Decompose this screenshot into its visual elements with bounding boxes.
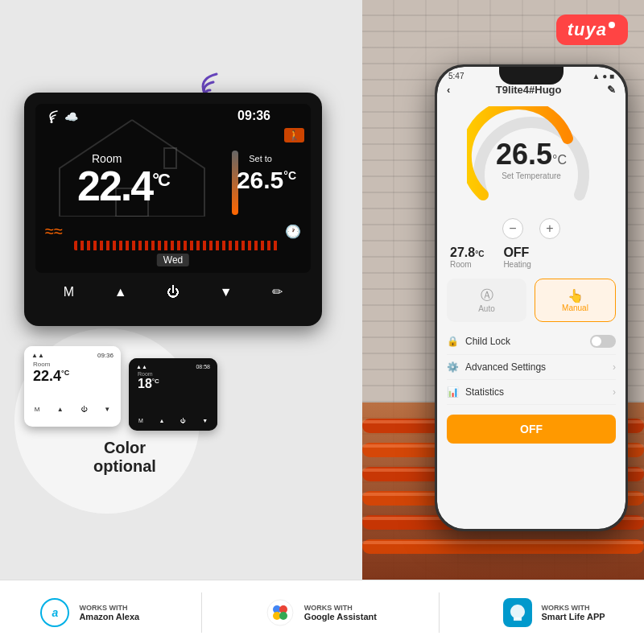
weather-icon: ☁️ bbox=[64, 110, 78, 123]
google-badge: WORKS WITH Google Assistant bbox=[264, 597, 377, 629]
color-variant-devices: ▲▲ 09:36 Room 22.4°C M ▲ ⏻ ▼ ▲▲ 08:58 Ro… bbox=[24, 346, 217, 431]
set-to-label: Set to bbox=[249, 154, 272, 163]
black-thermostat-screen: ▲▲ 08:58 Room 18°C bbox=[129, 358, 217, 416]
alexa-icon: a bbox=[39, 597, 71, 629]
up-button[interactable]: ▲ bbox=[108, 282, 134, 303]
statistics-item[interactable]: 📊 Statistics › bbox=[447, 380, 616, 405]
settings-section: 🔒 Child Lock ⚙️ Advanced Settings › 📊 bbox=[437, 325, 625, 408]
room-label: Room bbox=[450, 260, 484, 269]
thermostat-screen: ☁️ 09:36 🚶 Room 22.4°C Set to 26.5°C 🕐 ≈… bbox=[35, 104, 311, 273]
set-to-temperature: 26.5°C bbox=[237, 167, 296, 194]
svg-point-20 bbox=[279, 612, 287, 620]
auto-label: Auto bbox=[478, 304, 495, 313]
power-off-button[interactable]: OFF bbox=[447, 415, 616, 444]
smartlife-works-with: WORKS WITH bbox=[542, 604, 605, 612]
alexa-badge: a WORKS WITH Amazon Alexa bbox=[39, 597, 139, 629]
manual-mode-button[interactable]: 👆 Manual bbox=[535, 279, 616, 322]
google-icon bbox=[264, 597, 296, 629]
gauge-label: Set Temperature bbox=[496, 171, 567, 180]
badge-divider-1 bbox=[201, 592, 202, 633]
advanced-settings-icon: ⚙️ bbox=[447, 361, 459, 373]
phone-notch bbox=[499, 67, 564, 85]
black-thermostat-small: ▲▲ 08:58 Room 18°C M ▲ ⏻ ▼ bbox=[129, 358, 217, 431]
temperature-gauge: 26.5°C Set Temperature bbox=[437, 102, 625, 215]
svg-rect-11 bbox=[362, 541, 644, 544]
heating-info: OFF Heating bbox=[503, 246, 530, 269]
alexa-name: Amazon Alexa bbox=[79, 612, 139, 621]
tuya-text: tuya bbox=[568, 19, 607, 40]
alexa-circle-icon: a bbox=[40, 598, 69, 627]
phone-screen: 5:47 ▲ ● ■ ‹ T9lite4#Hugo ✎ bbox=[437, 67, 625, 529]
smartlife-icon bbox=[502, 597, 534, 629]
gauge-temp-value: 26.5°C bbox=[496, 138, 567, 171]
statistics-label: Statistics bbox=[465, 386, 504, 398]
back-button[interactable]: ‹ bbox=[447, 84, 450, 96]
decrease-temp-button[interactable]: − bbox=[502, 218, 523, 239]
small-black-wifi: ▲▲ bbox=[136, 364, 147, 369]
tuya-dot bbox=[609, 22, 615, 28]
temp-controls: − + bbox=[437, 218, 625, 239]
small-temp-value: 22.4°C bbox=[33, 368, 112, 385]
heating-status-value: OFF bbox=[503, 246, 530, 260]
thermostat-wifi-icon bbox=[43, 110, 60, 126]
small-wifi: ▲▲ bbox=[31, 352, 44, 359]
device-name: T9lite4#Hugo bbox=[496, 84, 562, 96]
manual-label: Manual bbox=[562, 303, 588, 312]
smartlife-badge: WORKS WITH Smart Life APP bbox=[502, 597, 605, 629]
heating-label: Heating bbox=[503, 260, 530, 269]
small-black-buttons: M ▲ ⏻ ▼ bbox=[129, 416, 217, 425]
room-heating-info: 27.8°C Room OFF Heating bbox=[437, 239, 625, 275]
small-therm-buttons: M ▲ ⏻ ▼ bbox=[24, 404, 121, 415]
svg-point-15 bbox=[51, 121, 53, 123]
smartlife-app-icon bbox=[503, 598, 532, 627]
color-optional-text: Color optional bbox=[44, 439, 205, 476]
schedule-icon: 🚶 bbox=[284, 128, 304, 142]
room-info: 27.8°C Room bbox=[450, 246, 484, 269]
small-black-room: Room bbox=[138, 371, 208, 377]
small-room-label: Room bbox=[33, 361, 112, 368]
child-lock-icon: 🔒 bbox=[447, 336, 459, 347]
advanced-settings-item[interactable]: ⚙️ Advanced Settings › bbox=[447, 355, 616, 380]
power-button[interactable]: ⏻ bbox=[160, 282, 186, 303]
child-lock-setting[interactable]: 🔒 Child Lock bbox=[447, 328, 616, 355]
white-thermostat-screen: ▲▲ 09:36 Room 22.4°C bbox=[24, 346, 121, 404]
small-black-time: 08:58 bbox=[196, 364, 210, 369]
advanced-settings-label: Advanced Settings bbox=[465, 361, 546, 373]
manual-icon: 👆 bbox=[568, 288, 584, 303]
auto-icon: Ⓐ bbox=[481, 287, 493, 304]
room-temp-value: 27.8°C bbox=[450, 246, 484, 260]
svg-rect-21 bbox=[515, 617, 520, 619]
heating-bars bbox=[74, 241, 279, 250]
statistics-icon: 📊 bbox=[447, 386, 459, 398]
tuya-logo: tuya bbox=[556, 14, 628, 45]
status-icons: ▲ ● ■ bbox=[592, 72, 614, 80]
alexa-works-with: WORKS WITH bbox=[79, 604, 139, 612]
auto-mode-button[interactable]: Ⓐ Auto bbox=[447, 279, 526, 322]
thermostat-device: ☁️ 09:36 🚶 Room 22.4°C Set to 26.5°C 🕐 ≈… bbox=[24, 93, 322, 326]
mode-buttons: Ⓐ Auto 👆 Manual bbox=[437, 275, 625, 325]
clock-icon: 🕐 bbox=[285, 224, 301, 239]
small-black-temp: 18°C bbox=[138, 377, 208, 391]
thermostat-time: 09:36 bbox=[237, 109, 270, 123]
google-name: Google Assistant bbox=[304, 612, 377, 621]
svg-point-16 bbox=[267, 600, 293, 625]
main-temperature: 22.4°C bbox=[77, 162, 169, 210]
heating-icon: ≈≈ bbox=[45, 222, 63, 241]
child-lock-label: Child Lock bbox=[465, 336, 510, 347]
badge-divider-2 bbox=[439, 592, 440, 633]
edit-button[interactable]: ✏ bbox=[266, 281, 289, 303]
smartlife-name: Smart Life APP bbox=[542, 612, 605, 621]
white-thermostat: ▲▲ 09:36 Room 22.4°C M ▲ ⏻ ▼ bbox=[24, 346, 121, 427]
edit-icon[interactable]: ✎ bbox=[607, 84, 616, 96]
increase-temp-button[interactable]: + bbox=[539, 218, 560, 239]
phone-body: 5:47 ▲ ● ■ ‹ T9lite4#Hugo ✎ bbox=[435, 64, 628, 531]
child-lock-toggle[interactable] bbox=[590, 335, 616, 348]
status-time: 5:47 bbox=[448, 72, 464, 80]
google-works-with: WORKS WITH bbox=[304, 604, 377, 612]
compatibility-badges: a WORKS WITH Amazon Alexa WORKS WITH Goo… bbox=[0, 580, 644, 644]
gauge-temperature: 26.5°C Set Temperature bbox=[496, 138, 567, 180]
advanced-chevron-icon: › bbox=[613, 361, 616, 373]
down-button[interactable]: ▼ bbox=[213, 282, 239, 303]
mode-button[interactable]: M bbox=[57, 282, 80, 303]
small-time: 09:36 bbox=[97, 352, 114, 359]
